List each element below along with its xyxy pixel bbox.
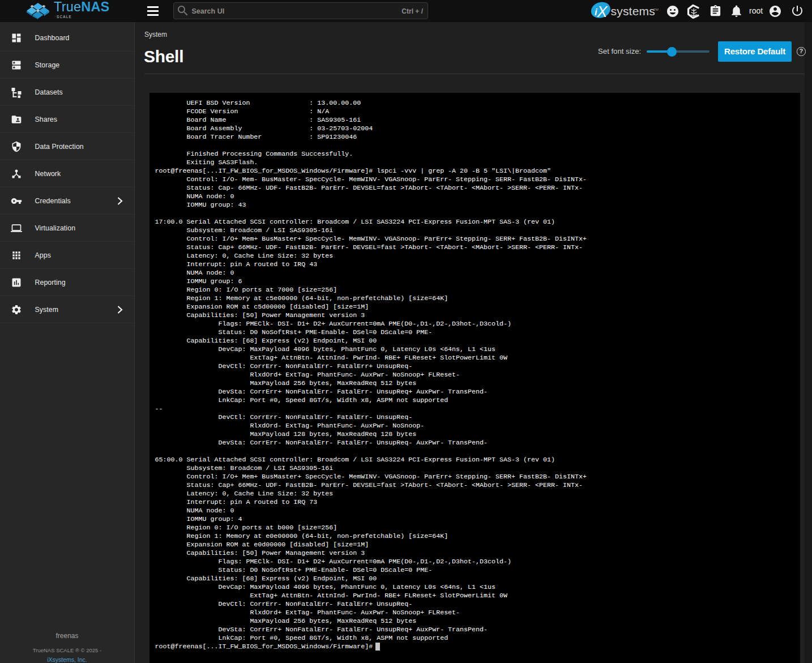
svg-text:systems: systems [611,5,655,18]
svg-text:TM: TM [653,8,659,11]
svg-text:X: X [597,3,608,20]
